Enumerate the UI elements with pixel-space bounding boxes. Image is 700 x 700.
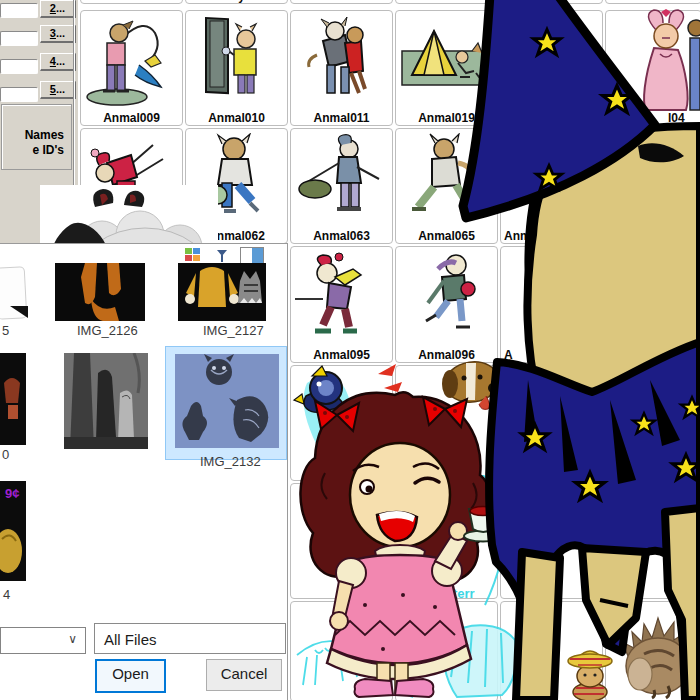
grid-cell[interactable]: 201003 bbox=[290, 0, 393, 4]
grid-cell-anmal063[interactable]: Anmal063 bbox=[290, 128, 393, 244]
thumbnail-img-2132-selected[interactable] bbox=[165, 346, 287, 460]
thumbnail-img-2126[interactable] bbox=[55, 263, 145, 321]
clipart-label: 201003 bbox=[291, 0, 392, 3]
cancel-button[interactable]: Cancel bbox=[206, 659, 282, 691]
browse-button-4[interactable]: 4... bbox=[40, 53, 76, 71]
red-riding-hood-engraving bbox=[64, 353, 148, 449]
id-input-4[interactable] bbox=[0, 87, 38, 102]
clipart-label: Anmal095 bbox=[291, 348, 392, 362]
orange-animal-art bbox=[55, 263, 145, 321]
thumbnail-img-2127[interactable] bbox=[178, 263, 266, 321]
alice-engravings-art bbox=[175, 354, 279, 448]
id-input-3[interactable] bbox=[0, 59, 38, 74]
browse-button-5[interactable]: 5... bbox=[40, 81, 76, 99]
file-type-dropdown[interactable]: All Files bbox=[94, 623, 286, 654]
browse-button-2[interactable]: 2... bbox=[40, 0, 76, 18]
clipart-label: Anmal011 bbox=[291, 111, 392, 125]
clipart-anmal009-fishing bbox=[83, 15, 180, 107]
grid-cell[interactable]: 2000yl24 bbox=[185, 0, 288, 4]
clipart-label: Anmal010 bbox=[186, 111, 287, 125]
thumbnail-price-art[interactable]: 9¢ bbox=[0, 481, 26, 581]
clipart-anmal010-cat-door bbox=[188, 15, 285, 107]
thumbnail-label: 0 bbox=[2, 447, 9, 462]
jacket-and-bat-art bbox=[178, 263, 266, 321]
preview-pane-icon[interactable] bbox=[240, 247, 264, 264]
names-ids-label: Names e ID's bbox=[0, 128, 64, 158]
thumbnail-engraving[interactable] bbox=[64, 353, 148, 449]
clipart-label: Anmal009 bbox=[81, 111, 182, 125]
view-tiles-icon[interactable] bbox=[185, 248, 201, 262]
clipart-label: Anmal063 bbox=[291, 229, 392, 243]
grid-cell-anmal009[interactable]: Anmal009 bbox=[80, 10, 183, 126]
open-button[interactable]: Open bbox=[95, 659, 166, 693]
filter-dropdown-icon[interactable] bbox=[217, 250, 227, 256]
thumbnail-label: IMG_2127 bbox=[203, 323, 264, 338]
thumbnail-label: 5 bbox=[2, 323, 9, 338]
grid-cell[interactable]: 103 bbox=[80, 0, 183, 4]
grid-cell-anmal010[interactable]: Anmal010 bbox=[185, 10, 288, 126]
thumbnail-label: IMG_2126 bbox=[77, 323, 138, 338]
clipart-wizard-dog bbox=[440, 0, 700, 700]
clipart-anmal095-sledding-goat bbox=[293, 251, 390, 343]
thumbnail-partial-dark[interactable] bbox=[0, 353, 26, 445]
browse-button-3[interactable]: 3... bbox=[40, 25, 76, 43]
clipart-anmal063-raking-goat bbox=[293, 133, 390, 225]
clipart-label: 2000yl24 bbox=[186, 0, 287, 3]
thumbnail-label: 4 bbox=[3, 587, 10, 602]
thumbnail-label: IMG_2132 bbox=[200, 454, 261, 469]
screen: 103 2000yl24 201003 201322 man Ano1123 A… bbox=[0, 0, 700, 700]
file-name-combobox[interactable]: ∨ bbox=[0, 627, 86, 654]
file-open-dialog: 5 IMG_2126 IMG_2127 bbox=[0, 243, 288, 700]
grid-cell-anmal095[interactable]: Anmal095 bbox=[290, 246, 393, 363]
chevron-down-icon: ∨ bbox=[68, 632, 77, 646]
clipart-anmal011-dancing-dogs bbox=[293, 15, 390, 107]
clipart-label: 103 bbox=[81, 0, 182, 3]
id-input-1[interactable] bbox=[0, 3, 38, 18]
id-input-2[interactable] bbox=[0, 31, 38, 46]
grid-cell-anmal011[interactable]: Anmal011 bbox=[290, 10, 393, 126]
